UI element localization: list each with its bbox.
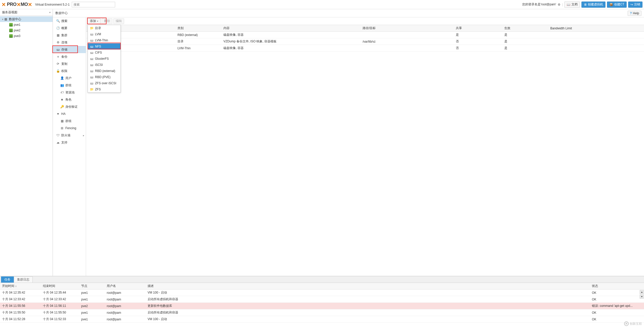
- cfg-item-11[interactable]: ♣角色: [53, 96, 86, 103]
- tree-node-pve3[interactable]: pve3: [0, 33, 53, 39]
- log-col-start[interactable]: 开始时间 ↓: [0, 284, 41, 288]
- logout-button[interactable]: ↪注销: [628, 2, 642, 8]
- cfg-item-13[interactable]: ♥HA: [53, 110, 86, 117]
- cfg-label: 群组: [65, 119, 71, 123]
- create-ct-button[interactable]: 📦创建CT: [607, 2, 627, 8]
- cfg-label: 选项: [61, 40, 67, 45]
- cfg-item-12[interactable]: 🔑身份验证: [53, 103, 86, 110]
- cfg-icon: ▦: [60, 119, 64, 123]
- cfg-item-9[interactable]: 👥群组: [53, 82, 86, 89]
- gear-icon[interactable]: ⚙: [558, 3, 560, 6]
- cfg-icon: ♥: [56, 112, 60, 116]
- cfg-label: 概要: [61, 26, 67, 30]
- add-button[interactable]: 添加▾: [88, 18, 101, 24]
- storage-type-icon: 🖴: [90, 63, 93, 67]
- cfg-item-3[interactable]: ⚙选项: [53, 39, 86, 46]
- cfg-label: 支持: [61, 140, 67, 145]
- add-menu-label: CIFS: [95, 51, 102, 54]
- col-content[interactable]: 内容: [221, 26, 361, 30]
- add-menu-lvm[interactable]: 🖴LVM: [88, 31, 121, 37]
- storage-row[interactable]: LVM-Thin磁盘映像, 容器否是: [86, 45, 644, 52]
- add-menu-zfs-over-iscsi[interactable]: 🖴ZFS over iSCSI: [88, 80, 121, 86]
- cfg-label: 权限: [61, 69, 67, 73]
- tab-tasks[interactable]: 任务: [1, 276, 14, 283]
- server-icon: [9, 34, 13, 38]
- version-label: Virtual Environment 5.2-1: [35, 3, 70, 6]
- cfg-item-8[interactable]: 👤用户: [53, 75, 86, 82]
- cfg-label: 角色: [65, 98, 71, 102]
- add-menu-nfs[interactable]: 🖴NFS: [88, 43, 121, 50]
- add-menu-label: RBD (external): [95, 69, 115, 73]
- add-menu-lvm-thin[interactable]: 🖴LVM-Thin: [88, 37, 121, 43]
- cfg-icon: 🔓: [56, 69, 60, 73]
- log-row[interactable]: 十月 04 11:55:56十月 04 11:56:11pve2root@pam…: [0, 303, 644, 309]
- remove-button[interactable]: 删除: [102, 18, 112, 24]
- storage-type-icon: 🖴: [90, 75, 93, 79]
- cfg-item-7[interactable]: 🔓权限: [53, 67, 86, 75]
- cfg-icon: ⎆: [56, 55, 60, 58]
- log-row[interactable]: 十月 04 11:55:50十月 04 11:55:50pve1root@pam…: [0, 309, 644, 316]
- col-bw[interactable]: Bandwidth Limit: [548, 27, 644, 30]
- log-row[interactable]: 十月 04 12:33:42十月 04 12:33:42pve1root@pam…: [0, 296, 644, 303]
- cfg-icon: ☁: [56, 141, 60, 144]
- tree-root-label: 数据中心: [9, 17, 21, 21]
- col-path[interactable]: 路径/目标: [361, 26, 454, 30]
- add-menu-rbd-(external)[interactable]: 🖴RBD (external): [88, 68, 121, 74]
- cfg-item-4[interactable]: 🖴存储: [53, 46, 86, 53]
- cfg-label: Fencing: [65, 126, 76, 130]
- create-vm-button[interactable]: 🖥创建虚拟机: [581, 2, 605, 8]
- cfg-label: 备份: [61, 55, 67, 59]
- watermark: ✕创新互联: [624, 321, 642, 326]
- col-shared[interactable]: 共享: [454, 26, 502, 30]
- help-button[interactable]: ? Help: [628, 11, 641, 16]
- cfg-item-6[interactable]: ⟳复制: [53, 60, 86, 67]
- add-menu-glusterfs[interactable]: 🖴GlusterFS: [88, 56, 121, 62]
- storage-type-icon: 📁: [90, 88, 93, 91]
- add-menu-label: LVM-Thin: [95, 39, 108, 42]
- cfg-icon: 🖴: [56, 48, 60, 51]
- cfg-label: 防火墙: [61, 133, 70, 138]
- cfg-icon: ⊞: [60, 126, 64, 130]
- add-menu-label: ZFS over iSCSI: [95, 81, 116, 85]
- add-menu-cifs[interactable]: 🖴CIFS: [88, 50, 121, 56]
- log-col-end[interactable]: 结束时间: [41, 284, 79, 288]
- docs-button[interactable]: 📖文档: [564, 2, 580, 8]
- col-enabled[interactable]: 生效: [502, 26, 548, 30]
- cfg-item-5[interactable]: ⎆备份: [53, 53, 86, 60]
- add-menu-label: GlusterFS: [95, 57, 109, 60]
- tree-node-pve1[interactable]: pve1: [0, 22, 53, 28]
- cfg-item-16[interactable]: 🛡防火墙▸: [53, 132, 86, 139]
- cfg-item-0[interactable]: 🔍搜索: [53, 17, 86, 25]
- cfg-item-1[interactable]: 🕑概要: [53, 25, 86, 32]
- log-row[interactable]: 十月 04 11:52:28十月 04 11:52:33pve1root@pam…: [0, 316, 644, 323]
- col-type[interactable]: 类别: [175, 26, 221, 30]
- collapse-icon: ▾: [2, 18, 3, 21]
- cfg-item-15[interactable]: ⊞Fencing: [53, 125, 86, 132]
- search-input[interactable]: [72, 2, 115, 7]
- cfg-item-10[interactable]: 🏷资源池: [53, 89, 86, 96]
- storage-row[interactable]: 目录VZDump 备份文件, ISO 映象, 容器模板/var/lib/vz否是: [86, 38, 644, 45]
- log-col-node[interactable]: 节点: [79, 284, 105, 288]
- tab-cluster-log[interactable]: 集群日志: [14, 276, 33, 283]
- storage-row[interactable]: RBD (external)磁盘映像, 容器是是: [86, 32, 644, 38]
- scroll-up-icon[interactable]: ▴: [640, 290, 644, 294]
- view-selector[interactable]: 服务器视图 ▾: [0, 9, 53, 16]
- cfg-item-14[interactable]: ▦群组: [53, 117, 86, 125]
- log-row[interactable]: 十月 04 12:35:42十月 04 12:35:44pve1root@pam…: [0, 289, 644, 296]
- view-label: 服务器视图: [2, 10, 17, 15]
- edit-button[interactable]: 编辑: [113, 18, 124, 24]
- add-menu-iscsi[interactable]: 🖴iSCSI: [88, 62, 121, 68]
- add-menu-zfs[interactable]: 📁ZFS: [88, 86, 121, 92]
- add-menu-label: ZFS: [95, 88, 101, 91]
- tree-node-pve2[interactable]: pve2: [0, 28, 53, 33]
- tree-datacenter[interactable]: ▾ ▦ 数据中心: [0, 16, 53, 22]
- scroll-down-icon[interactable]: ▾: [640, 295, 644, 299]
- log-col-user[interactable]: 用户名: [105, 284, 146, 288]
- add-menu-目录[interactable]: 📁目录: [88, 25, 121, 31]
- cfg-item-17[interactable]: ☁支持: [53, 139, 86, 146]
- cfg-item-2[interactable]: ▦集群: [53, 32, 86, 39]
- log-col-desc[interactable]: 描述: [146, 284, 590, 288]
- log-col-status[interactable]: 状态: [590, 284, 644, 288]
- add-menu-rbd-(pve)[interactable]: 🖴RBD (PVE): [88, 74, 121, 80]
- cfg-icon: 🛡: [56, 134, 60, 137]
